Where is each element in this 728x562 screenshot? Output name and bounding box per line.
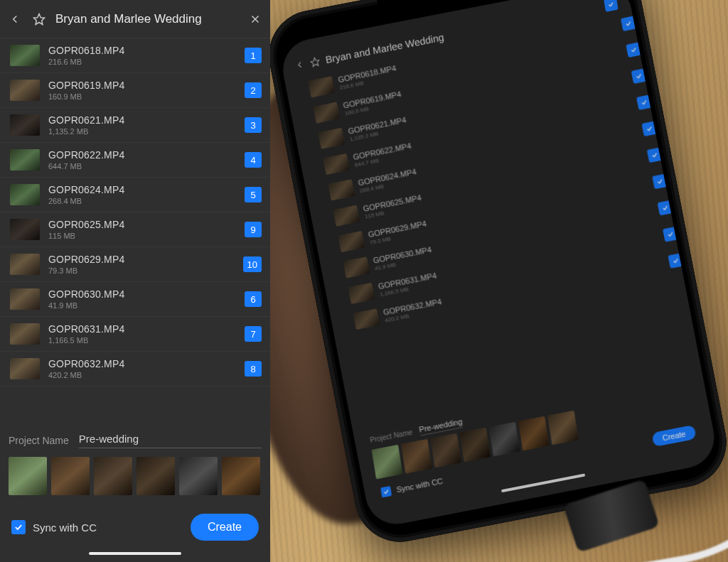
media-filesize: 1,135.2 MB [48,127,236,136]
media-filename: GOPR0632.MP4 [48,358,236,369]
phone-media-thumb [308,76,335,97]
media-filesize: 79.3 MB [48,266,235,275]
media-row[interactable]: GOPR0625.MP4115 MB9 [0,212,270,247]
media-filesize: 420.2 MB [48,371,236,379]
strip-thumb[interactable] [136,457,175,495]
phone-star-icon [309,56,321,68]
media-filename: GOPR0629.MP4 [48,254,235,265]
strip-thumb[interactable] [51,457,90,495]
phone-selection-badge [658,200,673,215]
media-row[interactable]: GOPR0632.MP4420.2 MB8 [0,352,270,387]
phone-media-thumb [323,153,350,174]
phone-media-thumb [353,308,380,330]
phone-strip-thumb [372,445,403,480]
phone-selection-badge [631,68,647,84]
selection-order-badge[interactable]: 6 [245,291,262,307]
svg-marker-0 [34,13,45,24]
media-filename: GOPR0622.MP4 [48,149,236,161]
strip-thumb[interactable] [94,457,132,495]
media-thumbnail [10,323,40,345]
media-text: GOPR0632.MP4420.2 MB [48,358,236,379]
media-row[interactable]: GOPR0621.MP41,135.2 MB3 [0,108,270,143]
panel-header: Bryan and Marlee Wedding [0,0,270,38]
media-row[interactable]: GOPR0631.MP41,166.5 MB7 [0,317,270,352]
media-row[interactable]: GOPR0624.MP4268.4 MB5 [0,178,270,212]
media-row[interactable]: GOPR0619.MP4160.9 MB2 [0,73,270,108]
media-thumbnail [10,254,40,275]
strip-thumb[interactable] [9,457,47,495]
phone-media-thumb [348,282,375,303]
project-name-input[interactable]: Pre-wedding [79,433,262,448]
home-indicator[interactable] [89,552,181,555]
media-thumbnail [10,114,40,136]
phone-selection-badge [663,226,678,242]
strip-thumb[interactable] [222,457,260,495]
phone-media-list: GOPR0618.MP4216.6 MBGOPR0619.MP4160.9 MB… [300,7,712,430]
phone-media-thumb [328,179,355,200]
photo-background: Bryan and Marlee Wedding GOPR0618.MP4216… [270,0,728,562]
back-icon[interactable] [7,11,23,27]
phone-selection-badge [636,94,652,110]
phone-header-badge [604,0,618,12]
phone-project-label: Project Name [370,428,413,444]
media-filename: GOPR0630.MP4 [48,288,236,300]
phone-selection-badge [621,16,636,31]
media-thumbnail [10,45,40,66]
media-row[interactable]: GOPR0622.MP4644.7 MB4 [0,143,270,178]
media-text: GOPR0619.MP4160.9 MB [48,80,236,101]
sync-checkbox[interactable] [11,520,26,534]
phone-selection-badge [626,42,641,58]
media-list[interactable]: GOPR0618.MP4216.6 MB1GOPR0619.MP4160.9 M… [0,38,270,423]
phone-selection-badge [641,121,657,136]
media-row[interactable]: GOPR0618.MP4216.6 MB1 [0,38,270,73]
phone-selection-badge [668,253,683,269]
star-icon[interactable] [31,11,47,27]
media-filesize: 115 MB [48,232,236,240]
selection-order-badge[interactable]: 7 [245,326,262,342]
media-thumbnail [10,184,40,205]
media-text: GOPR0618.MP4216.6 MB [48,45,236,66]
media-filesize: 1,166.5 MB [48,336,236,345]
project-name-row: Project Name Pre-wedding [9,433,262,448]
media-thumbnail [10,80,40,101]
strip-thumb[interactable] [179,457,218,495]
media-thumbnail [10,358,40,379]
media-filename: GOPR0625.MP4 [48,219,236,230]
media-filesize: 41.9 MB [48,301,236,310]
phone-strip-thumb [401,439,432,474]
media-text: GOPR0622.MP4644.7 MB [48,149,236,171]
selection-order-badge[interactable]: 2 [245,82,262,98]
phone-back-icon [294,59,306,71]
project-section: Project Name Pre-wedding [0,423,270,502]
selection-order-badge[interactable]: 3 [245,117,262,133]
phone-media-thumb [318,127,345,148]
selection-order-badge[interactable]: 8 [245,361,262,377]
create-button[interactable]: Create [191,514,259,541]
media-filename: GOPR0631.MP4 [48,323,236,335]
media-filesize: 644.7 MB [48,162,236,171]
bottom-bar: Sync with CC Create [0,502,270,548]
selected-thumbs-strip[interactable] [9,457,262,495]
phone-selection-badge [652,173,668,189]
phone-media-thumb [343,256,370,278]
media-filename: GOPR0621.MP4 [48,114,236,126]
phone-media-thumb [313,102,340,123]
selection-order-badge[interactable]: 5 [245,187,262,202]
media-text: GOPR0624.MP4268.4 MB [48,184,236,205]
sync-label: Sync with CC [33,522,183,534]
media-text: GOPR0621.MP41,135.2 MB [48,114,236,136]
media-row[interactable]: GOPR0630.MP441.9 MB6 [0,282,270,317]
media-row[interactable]: GOPR0629.MP479.3 MB10 [0,247,270,282]
selection-order-badge[interactable]: 10 [243,256,262,272]
media-filename: GOPR0624.MP4 [48,184,236,195]
svg-marker-3 [311,57,320,67]
media-thumbnail [10,149,40,171]
selection-order-badge[interactable]: 9 [245,222,262,237]
selection-order-badge[interactable]: 1 [245,48,262,63]
selection-order-badge[interactable]: 4 [245,152,262,168]
media-filename: GOPR0619.MP4 [48,80,236,91]
media-filesize: 216.6 MB [48,58,236,66]
close-icon[interactable] [247,11,263,27]
media-text: GOPR0629.MP479.3 MB [48,254,235,275]
phone-sync-checkbox [380,486,392,498]
